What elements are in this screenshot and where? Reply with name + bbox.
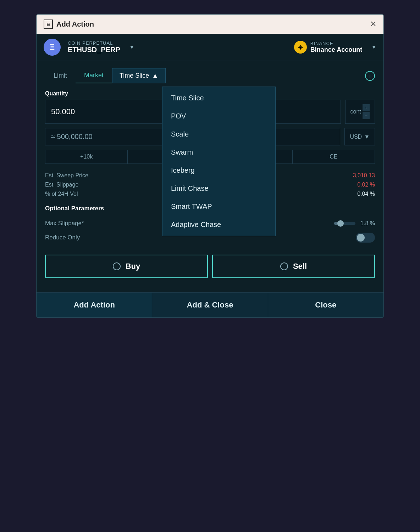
tabs-row: Limit Market Time Slice ▲ i Time Slice P… — [45, 68, 375, 83]
dropdown-item-adaptivechase[interactable]: Adaptive Chase — [162, 216, 275, 234]
modal-icon: ⊟ — [44, 20, 53, 29]
coin-info: COIN PERPETUAL ETHUSD_PERP — [68, 40, 120, 54]
reduce-only-label: Reduce Only — [45, 234, 80, 241]
buy-radio — [113, 262, 121, 270]
tab-market[interactable]: Market — [76, 68, 112, 83]
binance-icon: ◈ — [294, 41, 307, 54]
est-value-2: 0.04 % — [357, 191, 375, 197]
add-action-button[interactable]: Add Action — [37, 293, 152, 317]
toggle-knob — [357, 234, 365, 242]
dropdown-item-timeslice[interactable]: Time Slice — [162, 89, 275, 107]
close-button[interactable]: ✕ — [370, 20, 376, 28]
main-content: Limit Market Time Slice ▲ i Time Slice P… — [37, 61, 383, 292]
est-label-1: Est. Slippage — [45, 182, 78, 188]
est-label-0: Est. Sweep Price — [45, 172, 88, 179]
dropdown-item-limitchase[interactable]: Limit Chase — [162, 179, 275, 198]
info-icon[interactable]: i — [365, 71, 375, 81]
slider-knob — [337, 220, 344, 227]
quantity-plus-btn[interactable]: + — [363, 104, 370, 111]
slippage-slider[interactable] — [334, 222, 355, 225]
exchange-details: BINANCE Binance Account — [310, 41, 362, 54]
coin-label: COIN PERPETUAL — [68, 40, 120, 46]
coin-name: ETHUSD_PERP — [68, 46, 120, 54]
max-slippage-label: Max Slippage* — [45, 220, 84, 227]
currency-box[interactable]: USD ▼ — [344, 128, 375, 145]
modal-title: Add Action — [56, 20, 94, 28]
add-close-button[interactable]: Add & Close — [152, 293, 268, 317]
dropdown-menu: Time Slice POV Scale Swarm Iceberg Limit… — [162, 87, 276, 236]
coin-icon: Ξ — [44, 39, 61, 56]
quick-btn-ce[interactable]: CE — [293, 150, 375, 164]
exchange-dropdown-arrow[interactable]: ▼ — [371, 44, 376, 50]
reduce-only-toggle[interactable] — [356, 233, 375, 243]
sell-radio — [280, 262, 288, 270]
slippage-control: 1.8 % — [334, 220, 375, 227]
exchange-label: BINANCE — [310, 41, 362, 46]
dropdown-item-swarm[interactable]: Swarm — [162, 143, 275, 161]
exchange-info: ◈ BINANCE Binance Account — [294, 41, 362, 54]
slider-visual — [334, 222, 355, 225]
title-bar-left: ⊟ Add Action — [44, 20, 94, 29]
est-label-2: % of 24H Vol — [45, 191, 78, 197]
quantity-minus-btn[interactable]: − — [363, 112, 370, 119]
buy-button[interactable]: Buy — [45, 255, 208, 278]
exchange-name: Binance Account — [310, 46, 362, 54]
tab-limit[interactable]: Limit — [45, 68, 76, 83]
quick-btn-10k[interactable]: +10k — [45, 150, 128, 164]
dropdown-item-smarttwap[interactable]: Smart TWAP — [162, 198, 275, 216]
dropdown-item-scale[interactable]: Scale — [162, 125, 275, 143]
coin-header: Ξ COIN PERPETUAL ETHUSD_PERP ▼ ◈ BINANCE… — [37, 34, 383, 61]
close-action-button[interactable]: Close — [268, 293, 383, 317]
unit-box: cont + − — [345, 100, 375, 124]
plus-minus-controls: + − — [363, 104, 370, 119]
action-bar: Add Action Add & Close Close — [37, 292, 383, 317]
slippage-value: 1.8 % — [360, 220, 375, 227]
sell-button[interactable]: Sell — [212, 255, 375, 278]
tab-timeslice[interactable]: Time Slice ▲ — [112, 68, 166, 83]
est-value-1: 0.02 % — [357, 182, 375, 188]
est-value-0: 3,010.13 — [353, 172, 375, 179]
reduce-only-control — [356, 233, 375, 243]
dropdown-item-iceberg[interactable]: Iceberg — [162, 161, 275, 179]
title-bar: ⊟ Add Action ✕ — [37, 15, 383, 34]
dropdown-item-pov[interactable]: POV — [162, 107, 275, 125]
modal-container: ⊟ Add Action ✕ Ξ COIN PERPETUAL ETHUSD_P… — [36, 14, 384, 318]
coin-dropdown-arrow[interactable]: ▼ — [129, 44, 134, 50]
buy-sell-row: Buy Sell — [45, 255, 375, 278]
